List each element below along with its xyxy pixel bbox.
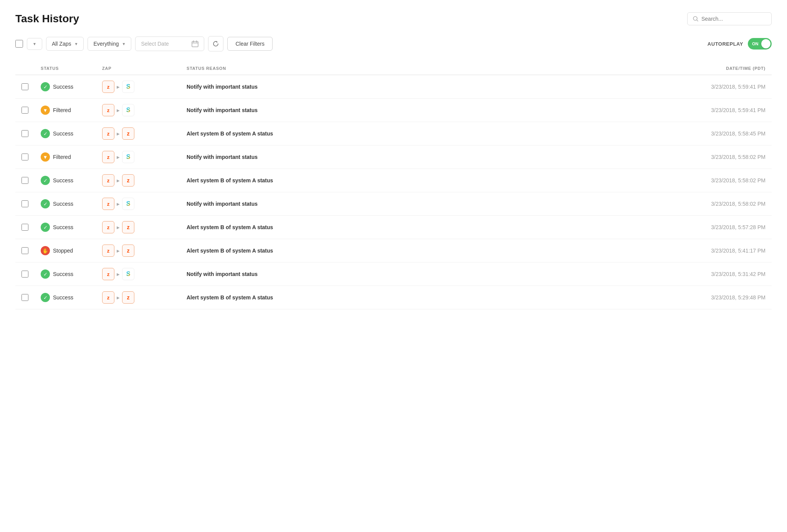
col-header-status: STATUS (41, 66, 102, 71)
status-cell: ✋ Stopped (41, 246, 102, 255)
slack-icon: S (122, 198, 134, 210)
clear-filters-button[interactable]: Clear Filters (227, 37, 272, 51)
status-icon: ✓ (41, 129, 50, 138)
zap-arrow: ▶ (117, 155, 120, 159)
reason-cell: Notify with important status (187, 107, 681, 113)
status-cell: ▼ Filtered (41, 152, 102, 162)
select-all-checkbox[interactable] (15, 40, 23, 48)
row-checkbox[interactable] (21, 271, 28, 278)
page-header: Task History (15, 12, 772, 25)
datetime-cell: 3/23/2018, 5:59:41 PM (681, 107, 766, 113)
row-checkbox-cell (21, 177, 41, 184)
row-checkbox[interactable] (21, 200, 28, 207)
zap-cell: z ▶ S (102, 104, 187, 116)
date-picker-button[interactable]: Select Date (135, 36, 204, 51)
reason-cell: Notify with important status (187, 271, 681, 277)
chevron-down-icon: ▼ (74, 42, 78, 46)
toggle-on-label: ON (752, 41, 759, 46)
col-header-checkbox (21, 66, 41, 71)
zapier-dest-icon: z (122, 291, 134, 304)
zap-arrow: ▶ (117, 272, 120, 276)
autoreplay-toggle[interactable]: ON (748, 38, 772, 50)
row-checkbox[interactable] (21, 83, 28, 90)
zap-arrow: ▶ (117, 132, 120, 136)
status-icon: ✓ (41, 176, 50, 185)
zap-arrow: ▶ (117, 178, 120, 183)
zap-source-icon: z (102, 245, 114, 257)
row-checkbox[interactable] (21, 224, 28, 231)
datetime-cell: 3/23/2018, 5:58:02 PM (681, 154, 766, 160)
calendar-icon (192, 40, 198, 47)
table-row: ✓ Success z ▶ S Notify with important st… (15, 263, 772, 286)
table-header: STATUS ZAP STATUS REASON DATE/TIME (PDT) (15, 62, 772, 75)
zap-arrow: ▶ (117, 108, 120, 112)
zap-cell: z ▶ S (102, 81, 187, 93)
status-label: Filtered (53, 154, 71, 160)
all-zaps-dropdown[interactable]: All Zaps ▼ (46, 37, 84, 51)
table-row: ✓ Success z ▶ S Notify with important st… (15, 192, 772, 216)
row-checkbox[interactable] (21, 130, 28, 137)
reason-cell: Alert system B of system A status (187, 294, 681, 301)
search-icon (693, 16, 698, 21)
reason-cell: Notify with important status (187, 201, 681, 207)
row-checkbox[interactable] (21, 177, 28, 184)
zap-cell: z ▶ z (102, 174, 187, 187)
row-checkbox[interactable] (21, 294, 28, 301)
reason-cell: Alert system B of system A status (187, 177, 681, 183)
table-row: ✓ Success z ▶ z Alert system B of system… (15, 122, 772, 145)
datetime-cell: 3/23/2018, 5:58:45 PM (681, 131, 766, 137)
zap-cell: z ▶ S (102, 198, 187, 210)
zapier-dest-icon: z (122, 221, 134, 233)
status-label: Success (53, 84, 73, 90)
slack-icon: S (122, 81, 134, 93)
status-icon: ✋ (41, 246, 50, 255)
status-icon: ✓ (41, 293, 50, 302)
row-checkbox-cell (21, 271, 41, 278)
search-box[interactable] (687, 12, 772, 25)
zap-arrow: ▶ (117, 225, 120, 230)
search-input[interactable] (701, 16, 766, 22)
status-label: Success (53, 177, 73, 183)
zapier-dest-icon: z (122, 174, 134, 187)
everything-dropdown[interactable]: Everything ▼ (88, 37, 131, 51)
slack-icon: S (122, 268, 134, 280)
zap-arrow: ▶ (117, 85, 120, 89)
svg-line-1 (697, 20, 698, 21)
bulk-action-dropdown[interactable]: ▼ (27, 38, 42, 50)
everything-label: Everything (93, 41, 119, 47)
filters-row: ▼ All Zaps ▼ Everything ▼ Select Date Cl… (15, 36, 772, 51)
datetime-cell: 3/23/2018, 5:57:28 PM (681, 224, 766, 230)
row-checkbox-cell (21, 224, 41, 231)
reason-cell: Alert system B of system A status (187, 224, 681, 230)
row-checkbox[interactable] (21, 154, 28, 160)
row-checkbox[interactable] (21, 107, 28, 114)
table-row: ✓ Success z ▶ S Notify with important st… (15, 75, 772, 99)
col-header-zap: ZAP (102, 66, 187, 71)
zap-source-icon: z (102, 198, 114, 210)
zap-source-icon: z (102, 151, 114, 163)
status-cell: ✓ Success (41, 176, 102, 185)
refresh-button[interactable] (208, 36, 223, 51)
select-date-label: Select Date (141, 41, 169, 47)
row-checkbox-cell (21, 154, 41, 160)
row-checkbox-cell (21, 107, 41, 114)
zapier-dest-icon: z (122, 127, 134, 140)
row-checkbox-cell (21, 130, 41, 137)
zap-source-icon: z (102, 81, 114, 93)
autoreplay-label: AUTOREPLAY (708, 41, 743, 47)
col-header-datetime: DATE/TIME (PDT) (681, 66, 766, 71)
status-cell: ▼ Filtered (41, 106, 102, 115)
zap-source-icon: z (102, 268, 114, 280)
status-icon: ✓ (41, 269, 50, 279)
zapier-dest-icon: z (122, 245, 134, 257)
zap-cell: z ▶ z (102, 291, 187, 304)
zap-arrow: ▶ (117, 202, 120, 206)
row-checkbox[interactable] (21, 247, 28, 254)
status-label: Success (53, 224, 73, 230)
datetime-cell: 3/23/2018, 5:41:17 PM (681, 248, 766, 254)
zap-cell: z ▶ S (102, 268, 187, 280)
zap-cell: z ▶ z (102, 127, 187, 140)
slack-icon: S (122, 104, 134, 116)
zap-source-icon: z (102, 174, 114, 187)
chevron-down-icon: ▼ (122, 42, 126, 46)
